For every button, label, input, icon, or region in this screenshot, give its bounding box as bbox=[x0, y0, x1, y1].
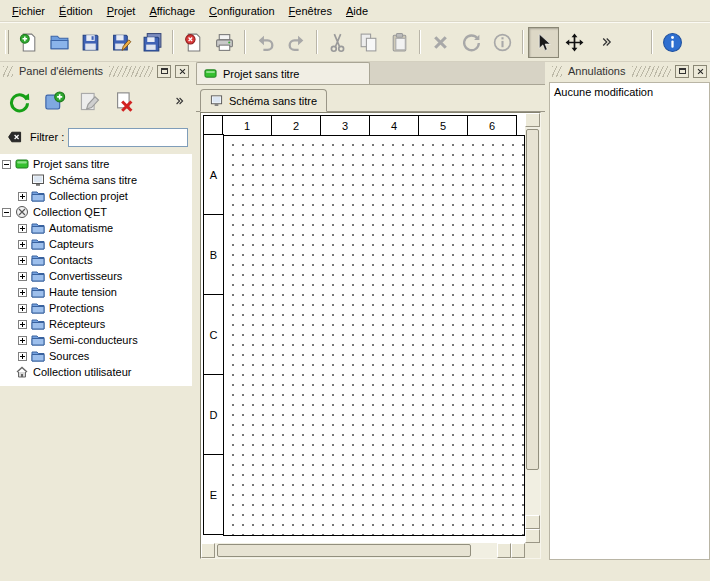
scroll-down-button[interactable] bbox=[525, 529, 540, 543]
arrow-right-icon bbox=[517, 548, 523, 554]
pan-mode-button[interactable] bbox=[559, 27, 590, 58]
tree-item-sources[interactable]: Sources bbox=[0, 348, 192, 364]
tree-item-protections[interactable]: Protections bbox=[0, 300, 192, 316]
delete-button[interactable] bbox=[425, 27, 456, 58]
undo-history-list[interactable]: Aucune modification bbox=[549, 82, 710, 560]
vertical-scrollbar[interactable] bbox=[525, 113, 540, 543]
tree-item-label: Collection utilisateur bbox=[33, 366, 131, 378]
panel-overflow-button[interactable] bbox=[170, 91, 188, 111]
edit-element-button[interactable] bbox=[74, 86, 105, 117]
project-icon bbox=[15, 157, 29, 171]
delete-element-button[interactable] bbox=[109, 86, 140, 117]
save-as-button[interactable] bbox=[106, 27, 137, 58]
filter-input[interactable] bbox=[68, 128, 188, 147]
expand-icon[interactable] bbox=[18, 256, 27, 265]
new-document-button[interactable] bbox=[13, 27, 44, 58]
scroll-up-button[interactable] bbox=[525, 113, 540, 127]
toolbar-grip[interactable] bbox=[5, 30, 9, 54]
tree-item-automatisme[interactable]: Automatisme bbox=[0, 220, 192, 236]
scroll-right-button[interactable] bbox=[511, 543, 525, 558]
menu-projet[interactable]: Projet bbox=[100, 2, 143, 20]
elements-panel-titlebar[interactable]: Panel d'éléments bbox=[0, 62, 192, 80]
horizontal-scroll-track[interactable] bbox=[215, 543, 497, 558]
dot-grid[interactable] bbox=[223, 135, 525, 536]
expand-icon[interactable] bbox=[18, 352, 27, 361]
tree-item-collection-utilisateur[interactable]: Collection utilisateur bbox=[0, 364, 192, 380]
expand-icon[interactable] bbox=[18, 192, 27, 201]
element-info-button[interactable] bbox=[487, 27, 518, 58]
tree-item-collection-qet[interactable]: Collection QET bbox=[0, 204, 192, 220]
tab-schema-sans-titre[interactable]: Schéma sans titre bbox=[200, 89, 327, 112]
expand-icon[interactable] bbox=[18, 336, 27, 345]
tree-item-semi-conducteurs[interactable]: Semi-conducteurs bbox=[0, 332, 192, 348]
copy-button[interactable] bbox=[353, 27, 384, 58]
tree-item-label: Protections bbox=[49, 302, 104, 314]
dock-float-button[interactable] bbox=[675, 65, 689, 78]
tree-item-label: Haute tension bbox=[49, 286, 117, 298]
paste-button[interactable] bbox=[384, 27, 415, 58]
vertical-scroll-thumb[interactable] bbox=[526, 129, 539, 470]
menu-edition[interactable]: Édition bbox=[52, 2, 100, 20]
copy-icon bbox=[358, 32, 379, 53]
cut-button[interactable] bbox=[322, 27, 353, 58]
tree-item-capteurs[interactable]: Capteurs bbox=[0, 236, 192, 252]
main-toolbar bbox=[0, 22, 710, 62]
undo-dock: Annulations Aucune modification bbox=[549, 62, 710, 581]
open-project-button[interactable] bbox=[44, 27, 75, 58]
undo-dock-titlebar[interactable]: Annulations bbox=[549, 62, 710, 80]
about-qet-button[interactable] bbox=[657, 27, 688, 58]
redo-button[interactable] bbox=[281, 27, 312, 58]
collapse-icon[interactable] bbox=[2, 208, 11, 217]
expand-icon[interactable] bbox=[18, 304, 27, 313]
reload-collections-button[interactable] bbox=[4, 86, 35, 117]
collapse-icon[interactable] bbox=[2, 160, 11, 169]
expand-icon[interactable] bbox=[18, 288, 27, 297]
save-all-button[interactable] bbox=[137, 27, 168, 58]
tab-projet-sans-titre[interactable]: Projet sans titre bbox=[196, 62, 370, 84]
column-header: 3 bbox=[320, 115, 370, 136]
scroll-left-button[interactable] bbox=[497, 543, 511, 558]
dock-close-button[interactable] bbox=[175, 65, 189, 78]
tree-item-convertisseurs[interactable]: Convertisseurs bbox=[0, 268, 192, 284]
tree-item-collection-projet[interactable]: Collection projet bbox=[0, 188, 192, 204]
select-mode-button[interactable] bbox=[528, 27, 559, 58]
horizontal-scroll-thumb[interactable] bbox=[217, 544, 471, 557]
home-icon bbox=[15, 365, 29, 379]
filter-label: Filtrer : bbox=[30, 131, 64, 143]
menu-fenetres[interactable]: Fenêtres bbox=[282, 2, 339, 20]
menu-fichier[interactable]: Fichier bbox=[5, 2, 52, 20]
tab-label: Schéma sans titre bbox=[229, 95, 317, 107]
vertical-scroll-track[interactable] bbox=[525, 127, 540, 515]
rotate-button[interactable] bbox=[456, 27, 487, 58]
undo-dock-title: Annulations bbox=[566, 65, 628, 77]
print-button[interactable] bbox=[209, 27, 240, 58]
horizontal-scrollbar[interactable] bbox=[201, 543, 525, 558]
dock-hatch bbox=[109, 66, 153, 77]
save-button[interactable] bbox=[75, 27, 106, 58]
expand-icon[interactable] bbox=[18, 240, 27, 249]
clear-filter-button[interactable] bbox=[4, 127, 26, 147]
new-element-button[interactable] bbox=[39, 86, 70, 117]
menu-aide[interactable]: Aide bbox=[339, 2, 375, 20]
expand-icon[interactable] bbox=[18, 320, 27, 329]
dock-close-button[interactable] bbox=[693, 65, 707, 78]
scroll-up-button[interactable] bbox=[525, 515, 540, 529]
scroll-left-button[interactable] bbox=[201, 543, 215, 558]
tree-item-schema-sans-titre[interactable]: Schéma sans titre bbox=[0, 172, 192, 188]
tree-item-haute-tension[interactable]: Haute tension bbox=[0, 284, 192, 300]
toolbar-overflow-button[interactable] bbox=[590, 27, 621, 58]
expand-icon[interactable] bbox=[18, 224, 27, 233]
tree-item-label: Automatisme bbox=[49, 222, 113, 234]
undo-empty-text: Aucune modification bbox=[554, 86, 653, 98]
diagram-canvas[interactable]: 1 2 3 4 5 6 A B C D E bbox=[201, 113, 525, 543]
dock-float-button[interactable] bbox=[157, 65, 171, 78]
tree-item-contacts[interactable]: Contacts bbox=[0, 252, 192, 268]
menu-configuration[interactable]: Configuration bbox=[202, 2, 281, 20]
menu-affichage[interactable]: Affichage bbox=[142, 2, 202, 20]
tree-item-recepteurs[interactable]: Récepteurs bbox=[0, 316, 192, 332]
undo-button[interactable] bbox=[250, 27, 281, 58]
schema-tabbar: Schéma sans titre bbox=[196, 88, 545, 112]
expand-icon[interactable] bbox=[18, 272, 27, 281]
close-file-button[interactable] bbox=[178, 27, 209, 58]
tree-item-projet-sans-titre[interactable]: Projet sans titre bbox=[0, 156, 192, 172]
